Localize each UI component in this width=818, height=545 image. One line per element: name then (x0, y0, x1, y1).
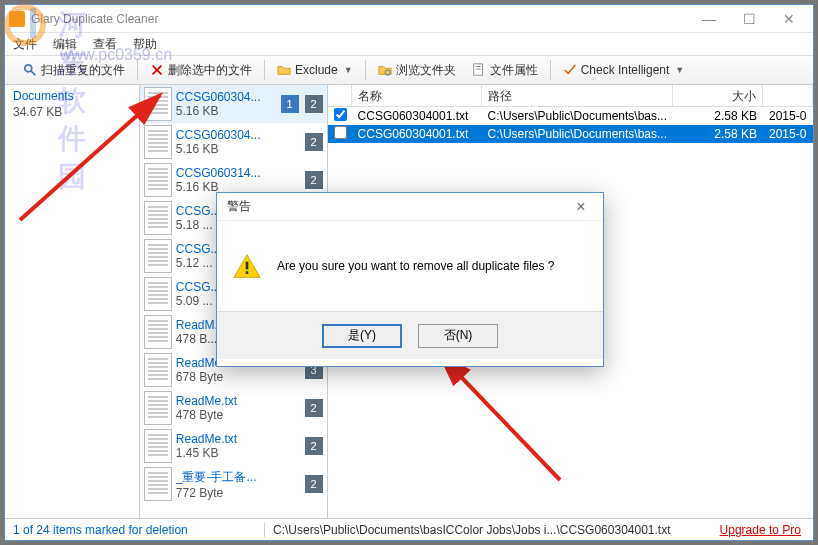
folder-name[interactable]: Documents (13, 89, 131, 103)
delete-icon (150, 63, 164, 77)
chevron-down-icon: ▼ (675, 65, 684, 75)
cell-path: C:\Users\Public\Documents\bas... (482, 108, 673, 124)
separator (264, 60, 265, 80)
close-button[interactable]: ✕ (769, 7, 809, 31)
file-icon (144, 239, 172, 273)
cell-path: C:\Users\Public\Documents\bas... (482, 126, 673, 142)
col-date[interactable] (763, 85, 813, 106)
dialog-titlebar: 警告 × (217, 193, 603, 221)
cell-date: 2015-0 (763, 126, 813, 142)
svg-rect-12 (246, 262, 249, 270)
menu-edit[interactable]: 编辑 (53, 36, 77, 53)
group-name: ReadMe.txt (176, 394, 299, 408)
svg-rect-13 (246, 271, 249, 274)
status-path: C:\Users\Public\Documents\basICColor Job… (265, 523, 708, 537)
group-count-badge: 2 (305, 475, 323, 493)
cell-size: 2.58 KB (673, 126, 763, 142)
table-row[interactable]: CCSG060304001.txt C:\Users\Public\Docume… (328, 125, 813, 143)
upgrade-link[interactable]: Upgrade to Pro (708, 523, 813, 537)
col-size[interactable]: 大小 (673, 85, 763, 106)
check-intelligent-button[interactable]: Check Intelligent ▼ (555, 56, 693, 84)
folder-icon (277, 63, 291, 77)
window-title: Glary Duplicate Cleaner (31, 12, 689, 26)
file-icon (144, 315, 172, 349)
confirm-dialog: 警告 × Are you sure you want to remove all… (216, 192, 604, 367)
group-item[interactable]: CCSG060304... 5.16 KB12 (140, 85, 327, 123)
dialog-message: Are you sure you want to remove all dupl… (277, 259, 554, 273)
table-header: 名称 路径 大小 (328, 85, 813, 107)
group-name: CCSG060314... (176, 166, 299, 180)
statusbar: 1 of 24 items marked for deletion C:\Use… (5, 518, 813, 540)
group-count-badge: 2 (305, 95, 323, 113)
group-item[interactable]: ReadMe.txt 478 Byte2 (140, 389, 327, 427)
group-size: 772 Byte (176, 486, 299, 500)
folders-panel: Documents 34.67 KB (5, 85, 140, 518)
app-icon (9, 11, 25, 27)
browse-button[interactable]: 浏览文件夹 (370, 56, 464, 84)
cell-size: 2.58 KB (673, 108, 763, 124)
search-icon (23, 63, 37, 77)
menu-file[interactable]: 文件 (13, 36, 37, 53)
file-icon (144, 467, 172, 501)
group-count-badge: 2 (305, 437, 323, 455)
group-size: 5.16 KB (176, 104, 275, 118)
group-item[interactable]: ReadMe.txt 1.45 KB2 (140, 427, 327, 465)
yes-button[interactable]: 是(Y) (322, 324, 402, 348)
col-checkbox[interactable] (328, 85, 352, 106)
group-count-badge: 2 (305, 399, 323, 417)
scan-button[interactable]: 扫描重复的文件 (15, 56, 133, 84)
group-size: 1.45 KB (176, 446, 299, 460)
maximize-button[interactable]: ☐ (729, 7, 769, 31)
properties-icon (472, 63, 486, 77)
browse-icon (378, 63, 392, 77)
group-name: CCSG060304... (176, 90, 275, 104)
group-name: ReadMe.txt (176, 432, 299, 446)
cell-name: CCSG060304001.txt (352, 108, 482, 124)
group-item[interactable]: CCSG060304... 5.16 KB2 (140, 123, 327, 161)
row-checkbox[interactable] (334, 108, 347, 121)
group-name: CCSG060304... (176, 128, 299, 142)
file-icon (144, 87, 172, 121)
exclude-button[interactable]: Exclude ▼ (269, 56, 361, 84)
col-path[interactable]: 路径 (482, 85, 673, 106)
file-icon (144, 353, 172, 387)
warning-icon (233, 253, 261, 279)
file-icon (144, 201, 172, 235)
col-name[interactable]: 名称 (352, 85, 482, 106)
group-item[interactable]: _重要-手工备... 772 Byte2 (140, 465, 327, 503)
row-checkbox[interactable] (334, 126, 347, 139)
file-icon (144, 391, 172, 425)
separator (550, 60, 551, 80)
status-count: 1 of 24 items marked for deletion (5, 523, 265, 537)
dialog-close-button[interactable]: × (569, 198, 593, 216)
group-count-badge: 2 (305, 133, 323, 151)
properties-button[interactable]: 文件属性 (464, 56, 546, 84)
delete-button[interactable]: 删除选中的文件 (142, 56, 260, 84)
menu-view[interactable]: 查看 (93, 36, 117, 53)
menubar: 文件 编辑 查看 帮助 (5, 33, 813, 55)
table-row[interactable]: CCSG060304001.txt C:\Users\Public\Docume… (328, 107, 813, 125)
menu-help[interactable]: 帮助 (133, 36, 157, 53)
toolbar: 扫描重复的文件 删除选中的文件 Exclude ▼ 浏览文件夹 文件属性 Che… (5, 55, 813, 85)
group-size: 678 Byte (176, 370, 299, 384)
group-name: _重要-手工备... (176, 469, 299, 486)
cell-name: CCSG060304001.txt (352, 126, 482, 142)
titlebar: Glary Duplicate Cleaner — ☐ ✕ (5, 5, 813, 33)
dialog-buttons: 是(Y) 否(N) (217, 311, 603, 359)
file-icon (144, 125, 172, 159)
no-button[interactable]: 否(N) (418, 324, 498, 348)
group-size: 5.16 KB (176, 142, 299, 156)
chevron-down-icon: ▼ (344, 65, 353, 75)
svg-point-0 (25, 65, 32, 72)
minimize-button[interactable]: — (689, 7, 729, 31)
file-icon (144, 429, 172, 463)
group-count-badge: 2 (305, 171, 323, 189)
file-icon (144, 277, 172, 311)
separator (137, 60, 138, 80)
dialog-title: 警告 (227, 198, 569, 215)
file-icon (144, 163, 172, 197)
cell-date: 2015-0 (763, 108, 813, 124)
group-badge: 1 (281, 95, 299, 113)
folder-size: 34.67 KB (13, 105, 131, 119)
separator (365, 60, 366, 80)
